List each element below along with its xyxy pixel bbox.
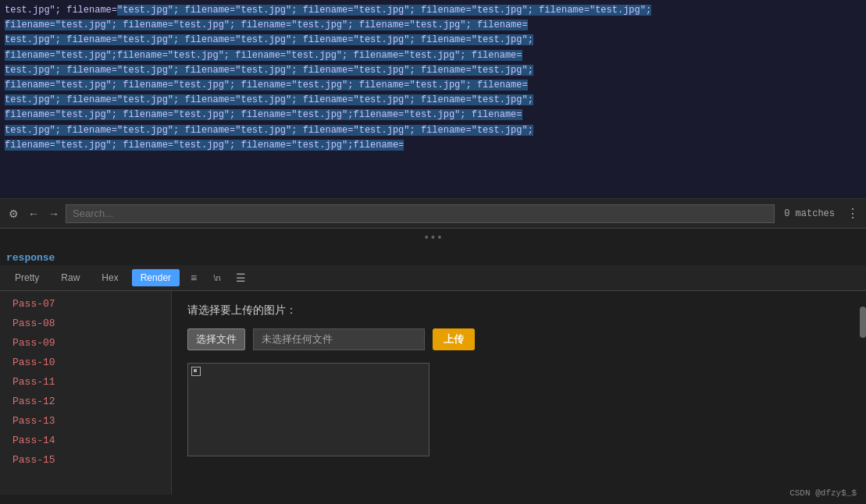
next-arrow-icon: → [48, 208, 59, 220]
code-line: filename="test.jpg"; filename="test.jpg"… [5, 18, 861, 33]
prev-match-button[interactable]: ← [25, 205, 42, 222]
upload-label: 请选择要上传的图片： [187, 303, 850, 318]
code-line: test.jpg"; filename="test.jpg"; filename… [5, 63, 861, 78]
watermark: CSDN @dfzy$_$ [789, 488, 857, 498]
sidebar-item-pass07[interactable]: Pass-07 [0, 294, 171, 314]
search-toolbar: ⚙ ← → 0 matches ⋮ [0, 199, 866, 229]
sidebar-item-pass14[interactable]: Pass-14 [0, 431, 171, 450]
image-preview-box [187, 363, 429, 456]
matches-count: 0 matches [778, 208, 841, 219]
tab-hex[interactable]: Hex [93, 269, 127, 286]
code-line: filename="test.jpg"; filename="test.jpg"… [5, 138, 861, 153]
response-label: response [0, 247, 866, 265]
code-line: test.jpg"; filename="test.jpg"; filename… [5, 33, 861, 48]
scrollbar-thumb[interactable] [860, 307, 866, 338]
code-line: filename="test.jpg"; filename="test.jpg"… [5, 78, 861, 93]
sidebar-item-pass12[interactable]: Pass-12 [0, 392, 171, 411]
newline-icon: \n [213, 273, 220, 282]
tab-pretty[interactable]: Pretty [6, 269, 48, 286]
upload-row: 选择文件 未选择任何文件 上传 [187, 328, 850, 350]
main-content: Pass-07 Pass-08 Pass-09 Pass-10 Pass-11 … [0, 291, 866, 495]
list-icon: ≡ [191, 272, 197, 284]
choose-file-button[interactable]: 选择文件 [187, 328, 245, 350]
sidebar-item-pass09[interactable]: Pass-09 [0, 333, 171, 353]
list-icon-button[interactable]: ≡ [184, 268, 203, 287]
wrap-icon: ☰ [236, 272, 246, 284]
sidebar-item-pass15[interactable]: Pass-15 [0, 450, 171, 470]
dots-separator: ••• [0, 229, 866, 247]
response-section: response [0, 247, 866, 265]
upload-button[interactable]: 上传 [433, 328, 475, 350]
tabs-bar: Pretty Raw Hex Render ≡ \n ☰ [0, 265, 866, 291]
code-line: test.jpg"; filename="test.jpg"; filename… [5, 123, 861, 138]
sidebar-item-pass10[interactable]: Pass-10 [0, 353, 171, 372]
sidebar-item-pass08[interactable]: Pass-08 [0, 314, 171, 333]
tab-render[interactable]: Render [132, 269, 180, 286]
prev-arrow-icon: ← [28, 208, 39, 220]
newline-icon-button[interactable]: \n [208, 268, 226, 287]
search-input[interactable] [66, 204, 775, 223]
more-options-button[interactable]: ⋮ [844, 205, 861, 222]
code-line: test.jpg"; filename="test.jpg"; filename… [5, 93, 861, 108]
code-display: test.jpg"; filename="test.jpg"; filename… [0, 0, 866, 199]
sidebar-item-pass11[interactable]: Pass-11 [0, 372, 171, 392]
right-panel: 请选择要上传的图片： 选择文件 未选择任何文件 上传 [172, 291, 866, 495]
tab-raw[interactable]: Raw [52, 269, 88, 286]
code-line: filename="test.jpg";filename="test.jpg";… [5, 48, 861, 63]
image-thumbnail [191, 367, 201, 376]
gear-icon: ⚙ [9, 208, 19, 220]
code-line: test.jpg"; filename="test.jpg"; filename… [5, 3, 861, 18]
next-match-button[interactable]: → [45, 205, 62, 222]
more-icon: ⋮ [846, 206, 859, 221]
sidebar: Pass-07 Pass-08 Pass-09 Pass-10 Pass-11 … [0, 291, 172, 495]
code-line: filename="test.jpg"; filename="test.jpg"… [5, 108, 861, 122]
wrap-icon-button[interactable]: ☰ [231, 268, 250, 287]
sidebar-item-pass13[interactable]: Pass-13 [0, 411, 171, 431]
file-name-display: 未选择任何文件 [253, 328, 425, 350]
gear-button[interactable]: ⚙ [5, 205, 22, 222]
